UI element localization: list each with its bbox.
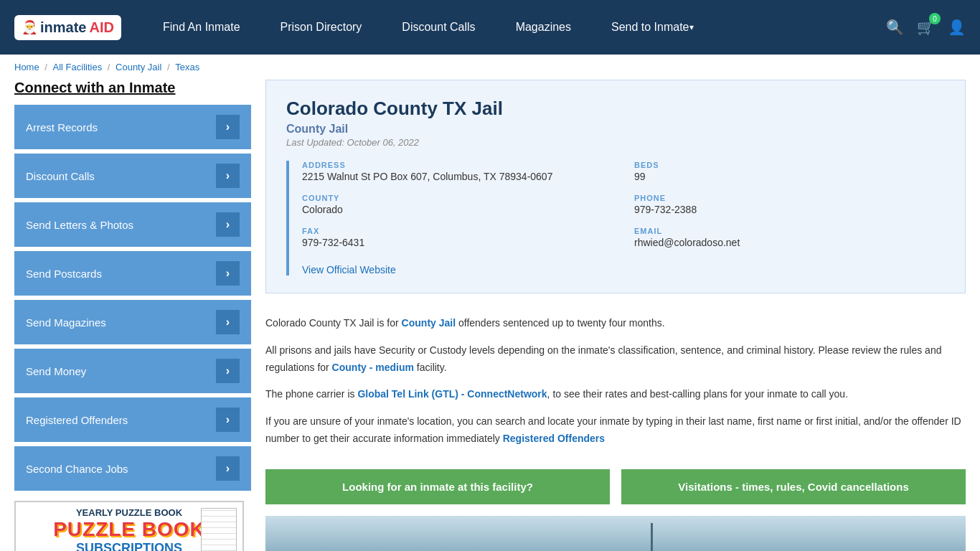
- logo-aid-text: AID: [89, 19, 113, 36]
- nav-find-inmate[interactable]: Find An Inmate: [143, 0, 260, 55]
- logo[interactable]: 🎅 inmateAID: [14, 15, 121, 40]
- nav-prison-directory[interactable]: Prison Directory: [260, 0, 382, 55]
- sidebar-btn-discount-calls-label: Discount Calls: [26, 170, 95, 182]
- facility-card: Colorado County TX Jail County Jail Last…: [265, 80, 966, 293]
- sidebar: Connect with an Inmate Arrest Records › …: [14, 80, 251, 551]
- info-grid: ADDRESS 2215 Walnut St PO Box 607, Colum…: [286, 161, 945, 276]
- cta-looking-for-inmate[interactable]: Looking for an inmate at this facility?: [265, 469, 610, 504]
- sidebar-btn-arrest-records-label: Arrest Records: [26, 121, 98, 133]
- breadcrumb-all-facilities[interactable]: All Facilities: [53, 62, 103, 72]
- facility-updated: Last Updated: October 06, 2022: [286, 137, 945, 148]
- beds-block: BEDS 99: [634, 161, 945, 182]
- beds-label: BEDS: [634, 161, 945, 169]
- logo-area[interactable]: 🎅 inmateAID: [14, 15, 121, 40]
- nav-discount-calls[interactable]: Discount Calls: [382, 0, 495, 55]
- facility-name: Colorado County TX Jail: [286, 98, 945, 120]
- desc-para-2: All prisons and jails have Security or C…: [265, 342, 966, 377]
- fax-label: FAX: [302, 227, 613, 235]
- sidebar-btn-second-chance-jobs[interactable]: Second Chance Jobs ›: [14, 446, 251, 491]
- sidebar-btn-send-magazines-label: Send Magazines: [26, 316, 106, 329]
- sidebar-btn-send-money[interactable]: Send Money ›: [14, 349, 251, 393]
- county-block: COUNTY Colorado: [302, 194, 613, 215]
- user-icon[interactable]: 👤: [948, 19, 966, 36]
- address-value: 2215 Walnut St PO Box 607, Columbus, TX …: [302, 171, 613, 182]
- breadcrumb-sep-2: /: [108, 62, 113, 72]
- desc-para-4: If you are unsure of your inmate's locat…: [265, 413, 966, 448]
- phone-block: PHONE 979-732-2388: [634, 194, 945, 215]
- arrow-icon: ›: [216, 310, 240, 334]
- sidebar-btn-send-magazines[interactable]: Send Magazines ›: [14, 300, 251, 344]
- sidebar-btn-send-letters-label: Send Letters & Photos: [26, 219, 133, 231]
- desc-para3-pre: The phone carrier is: [265, 388, 357, 400]
- arrow-icon: ›: [216, 261, 240, 286]
- breadcrumb: Home / All Facilities / County Jail / Te…: [0, 55, 980, 80]
- sidebar-title: Connect with an Inmate: [14, 80, 251, 96]
- sidebar-btn-discount-calls[interactable]: Discount Calls ›: [14, 154, 251, 198]
- search-icon[interactable]: 🔍: [886, 19, 904, 36]
- ad-yearly-text: YEARLY PUZZLE BOOK: [76, 507, 182, 518]
- nav-send-to-inmate[interactable]: Send to Inmate: [591, 0, 714, 55]
- desc-para1-pre: Colorado County TX Jail is for: [265, 317, 402, 329]
- desc-registered-offenders-link[interactable]: Registered Offenders: [503, 433, 605, 444]
- logo-hat-icon: 🎅: [22, 19, 37, 35]
- website-link[interactable]: View Official Website: [302, 264, 396, 276]
- breadcrumb-county-jail[interactable]: County Jail: [116, 62, 161, 72]
- desc-county-jail-link[interactable]: County Jail: [402, 317, 456, 329]
- sidebar-btn-registered-offenders[interactable]: Registered Offenders ›: [14, 397, 251, 442]
- desc-para1-post: offenders sentenced up to twenty four mo…: [456, 317, 665, 329]
- beds-value: 99: [634, 171, 945, 182]
- address-block: ADDRESS 2215 Walnut St PO Box 607, Colum…: [302, 161, 613, 182]
- main-nav: Find An Inmate Prison Directory Discount…: [143, 0, 886, 55]
- desc-gtl-link[interactable]: Global Tel Link (GTL) - ConnectNetwork: [357, 388, 547, 400]
- breadcrumb-sep-3: /: [167, 62, 172, 72]
- main-container: Connect with an Inmate Arrest Records › …: [0, 80, 980, 551]
- sidebar-btn-arrest-records[interactable]: Arrest Records ›: [14, 105, 251, 149]
- facility-description: Colorado County TX Jail is for County Ja…: [265, 308, 966, 469]
- facility-image-inner: [265, 516, 966, 551]
- email-value: rhwied@coloradoso.net: [634, 237, 945, 248]
- desc-para-1: Colorado County TX Jail is for County Ja…: [265, 315, 966, 332]
- arrow-icon: ›: [216, 115, 240, 139]
- phone-value: 979-732-2388: [634, 204, 945, 215]
- county-label: COUNTY: [302, 194, 613, 202]
- ad-subscriptions-text: SUBSCRIPTIONS: [76, 541, 182, 552]
- fax-value: 979-732-6431: [302, 237, 613, 248]
- email-label: EMAIL: [634, 227, 945, 235]
- county-value: Colorado: [302, 204, 613, 215]
- header-icons: 🔍 🛒 0 👤: [886, 19, 966, 36]
- arrow-icon: ›: [216, 164, 240, 188]
- breadcrumb-texas[interactable]: Texas: [175, 62, 199, 72]
- sidebar-btn-send-letters[interactable]: Send Letters & Photos ›: [14, 202, 251, 247]
- fax-block: FAX 979-732-6431: [302, 227, 613, 248]
- sidebar-btn-second-chance-jobs-label: Second Chance Jobs: [26, 463, 128, 475]
- breadcrumb-sep-1: /: [44, 62, 50, 72]
- desc-para4-text: If you are unsure of your inmate's locat…: [265, 415, 961, 444]
- logo-text: inmate: [40, 19, 86, 36]
- site-header: 🎅 inmateAID Find An Inmate Prison Direct…: [0, 0, 980, 55]
- sidebar-btn-send-money-label: Send Money: [26, 365, 86, 377]
- sidebar-btn-send-postcards[interactable]: Send Postcards ›: [14, 251, 251, 296]
- arrow-icon: ›: [216, 456, 240, 481]
- arrow-icon: ›: [216, 359, 240, 383]
- website-block: View Official Website: [302, 264, 945, 276]
- nav-magazines[interactable]: Magazines: [496, 0, 591, 55]
- facility-type: County Jail: [286, 123, 945, 136]
- phone-label: PHONE: [634, 194, 945, 202]
- email-block: EMAIL rhwied@coloradoso.net: [634, 227, 945, 248]
- sidebar-btn-send-postcards-label: Send Postcards: [26, 268, 102, 280]
- desc-para2-post: facility.: [414, 362, 447, 373]
- ad-puzzle-text: PUZZLE BOOK: [53, 518, 205, 541]
- puzzle-grid-image: [201, 508, 237, 551]
- address-label: ADDRESS: [302, 161, 613, 169]
- cart-badge: 0: [929, 13, 941, 24]
- cta-row: Looking for an inmate at this facility? …: [265, 469, 966, 504]
- desc-para-3: The phone carrier is Global Tel Link (GT…: [265, 386, 966, 403]
- content-area: Colorado County TX Jail County Jail Last…: [265, 80, 966, 551]
- sidebar-btn-registered-offenders-label: Registered Offenders: [26, 414, 128, 426]
- cta-visitations[interactable]: Visitations - times, rules, Covid cancel…: [621, 469, 966, 504]
- sidebar-ad[interactable]: YEARLY PUZZLE BOOK PUZZLE BOOK SUBSCRIPT…: [14, 501, 244, 551]
- cart-icon[interactable]: 🛒 0: [917, 19, 935, 36]
- pole-icon: [651, 523, 653, 551]
- desc-county-medium-link[interactable]: County - medium: [332, 362, 414, 373]
- breadcrumb-home[interactable]: Home: [14, 62, 39, 72]
